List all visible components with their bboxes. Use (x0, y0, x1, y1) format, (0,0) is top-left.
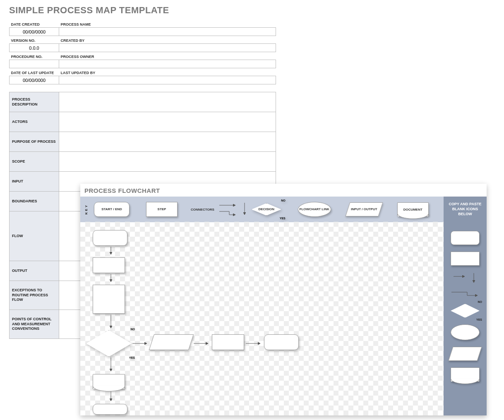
flowchart-panel: PROCESS FLOWCHART KEY START / END STEP C… (80, 184, 487, 415)
legend-flowchart-link-icon: FLOWCHART LINK (298, 202, 331, 217)
canvas-parallelogram[interactable] (149, 334, 194, 350)
label-output: OUTPUT (10, 261, 59, 281)
canvas-terminator-2[interactable] (93, 404, 127, 415)
label-purpose: PURPOSE OF PROCESS (10, 132, 59, 152)
label-input: INPUT (10, 172, 59, 192)
legend-down-arrow-icon (242, 202, 247, 217)
label-process-owner: PROCESS OWNER (59, 52, 276, 60)
field-purpose[interactable] (59, 132, 276, 152)
canvas-document[interactable] (93, 374, 125, 389)
field-date-last-update[interactable]: 00/00/0000 (10, 76, 59, 84)
field-last-updated-by[interactable] (59, 76, 276, 84)
legend-decision-yes: YES (280, 217, 286, 220)
canvas-terminator-1[interactable] (93, 230, 127, 246)
legend-decision-icon: DECISION NO YES (252, 203, 281, 216)
palette-ellipse-icon[interactable] (451, 324, 480, 340)
field-process-owner[interactable] (59, 60, 276, 68)
label-scope: SCOPE (10, 152, 59, 172)
palette-step-icon[interactable] (451, 252, 480, 266)
flowchart-title: PROCESS FLOWCHART (80, 184, 487, 197)
legend-step-icon: STEP (146, 202, 178, 217)
field-version-no[interactable]: 0.0.0 (10, 44, 59, 52)
palette-decision-no: NO (478, 300, 482, 303)
canvas-decision-yes: YES (129, 356, 135, 359)
palette-arrows-icon[interactable] (453, 272, 478, 285)
label-points-control: POINTS OF CONTROL AND MEASUREMENT CONVEN… (10, 310, 59, 339)
label-date-created: DATE CREATED (10, 20, 59, 28)
canvas-step-3[interactable] (212, 334, 244, 350)
flowchart-legend: KEY START / END STEP CONNECTORS DECISION… (80, 197, 487, 222)
palette-decision-icon[interactable]: NO YES (451, 304, 480, 318)
label-procedure-no: PROCEDURE NO. (10, 52, 59, 60)
canvas-step-1[interactable] (93, 257, 125, 273)
field-process-name[interactable] (59, 28, 276, 36)
legend-input-output-icon: INPUT / OUTPUT (345, 202, 383, 216)
label-process-description: PROCESS DESCRIPTION (10, 92, 59, 112)
palette-document-icon[interactable] (451, 367, 480, 382)
canvas-step-2[interactable] (93, 285, 125, 314)
label-boundaries: BOUNDARIES (10, 192, 59, 211)
field-created-by[interactable] (59, 44, 276, 52)
legend-connectors-icon (218, 202, 238, 216)
field-process-description[interactable] (59, 92, 276, 112)
palette-parallelogram-icon[interactable] (448, 347, 482, 361)
legend-decision-no: NO (281, 199, 286, 202)
field-scope[interactable] (59, 152, 276, 172)
label-date-last-update: DATE OF LAST UPDATE (10, 68, 59, 76)
label-exceptions: EXCEPTIONS TO ROUTINE PROCESS FLOW (10, 281, 59, 310)
legend-connectors-label: CONNECTORS (191, 208, 214, 211)
palette-decision-yes: YES (476, 318, 482, 321)
label-version-no: VERSION NO. (10, 36, 59, 44)
field-procedure-no[interactable] (10, 60, 59, 68)
legend-start-end-icon: START / END (94, 202, 130, 217)
palette-terminator-icon[interactable] (451, 231, 480, 245)
palette-elbow-arrow-icon[interactable] (451, 291, 480, 297)
legend-document-icon: DOCUMENT (397, 202, 429, 216)
canvas-terminator-3[interactable] (264, 334, 299, 350)
canvas-decision[interactable]: NO YES (86, 330, 132, 357)
label-actors: ACTORS (10, 112, 59, 132)
field-actors[interactable] (59, 112, 276, 132)
paste-header: COPY AND PASTE BLANK ICONS BELOW (444, 197, 487, 222)
page-title: SIMPLE PROCESS MAP TEMPLATE (0, 0, 504, 20)
label-last-updated-by: LAST UPDATED BY (59, 68, 276, 76)
legend-key-label: KEY (83, 204, 90, 214)
canvas-decision-no: NO (131, 328, 135, 331)
header-fields-table: DATE CREATED PROCESS NAME 00/00/0000 VER… (9, 20, 276, 84)
palette-column: NO YES (444, 222, 487, 415)
field-date-created[interactable]: 00/00/0000 (10, 28, 59, 36)
flowchart-canvas[interactable]: NO YES (80, 222, 444, 415)
label-flow: FLOW (10, 211, 59, 261)
label-process-name: PROCESS NAME (59, 20, 276, 28)
label-created-by: CREATED BY (59, 36, 276, 44)
